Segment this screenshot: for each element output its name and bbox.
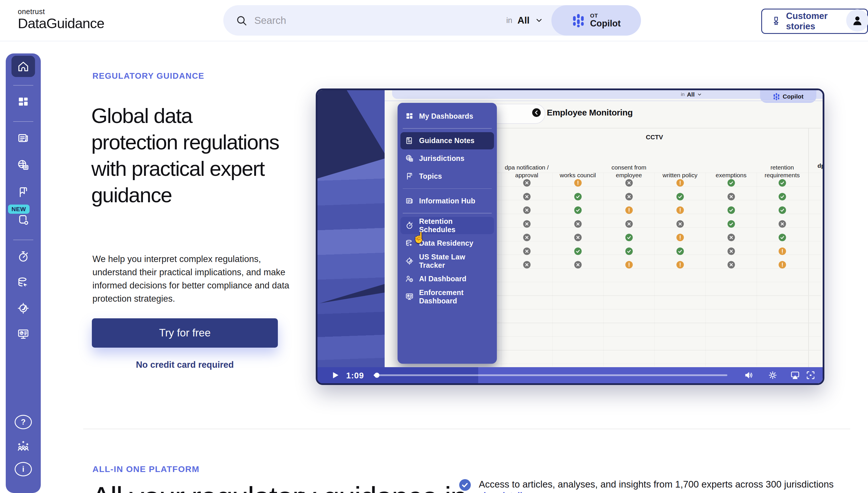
no-credit-card-note: No credit card required (92, 360, 278, 370)
status-x-icon (676, 219, 685, 229)
status-check-icon (676, 192, 685, 201)
status-warn-icon (676, 260, 685, 269)
rail-news[interactable] (14, 129, 33, 147)
rail-jurisdictions[interactable] (14, 156, 33, 174)
menu-item-us-state-law-tracker[interactable]: US State Law Tracker (401, 253, 494, 270)
rail-help[interactable]: ? (14, 413, 33, 431)
settings-gear-icon[interactable] (768, 370, 778, 380)
status-warn-icon (624, 206, 634, 215)
volume-icon[interactable] (744, 370, 754, 380)
compass-target-icon (17, 302, 30, 315)
brand-logo[interactable]: onetrust DataGuidance (18, 8, 104, 30)
status-check-icon (573, 247, 583, 256)
copilot-button[interactable]: OT Copilot (551, 5, 641, 36)
search-scope-dropdown[interactable]: in All (506, 15, 543, 26)
retention-stopwatch-icon (405, 221, 414, 230)
table-status-rows (501, 176, 808, 272)
information-hub-icon (405, 196, 414, 206)
stopwatch-icon (17, 250, 30, 263)
menu-item-guidance-notes[interactable]: Guidance Notes (401, 132, 494, 149)
chevron-down-icon (535, 16, 543, 25)
menu-item-enforcement-dashboard[interactable]: Enforcement Dashboard (401, 288, 494, 305)
video-progress-knob[interactable] (374, 372, 380, 378)
ai-dashboard-icon (405, 274, 414, 283)
status-check-icon (676, 247, 685, 256)
copilot-logo-icon (773, 92, 780, 101)
menu-divider (403, 189, 492, 189)
video-mini-searchbar (392, 90, 823, 99)
status-x-icon (727, 260, 736, 269)
scope-prefix: in (506, 16, 512, 25)
status-x-icon (727, 233, 736, 242)
guidance-notes-icon (405, 136, 414, 145)
column-header: dpa notification /approval (501, 145, 552, 179)
video-mini-scope: in All (681, 91, 702, 98)
person-icon (851, 14, 864, 27)
rail-enforcement[interactable] (14, 325, 33, 343)
back-icon (531, 107, 542, 118)
mini-copilot-label: Copilot (783, 93, 803, 100)
menu-item-ai-dashboard[interactable]: AI Dashboard (401, 270, 494, 287)
status-warn-icon (676, 233, 685, 242)
status-x-icon (522, 247, 531, 256)
table-group-header: CCTV (501, 134, 808, 141)
rail-info[interactable]: i (14, 460, 33, 478)
view-details-link[interactable]: view details (479, 491, 527, 493)
globe-document-icon (17, 158, 30, 172)
status-check-icon (573, 192, 583, 201)
column-header: retentionrequirements (757, 145, 808, 179)
search-input[interactable] (254, 14, 506, 26)
status-x-icon (522, 233, 531, 242)
video-header-divider (385, 101, 823, 101)
menu-item-my-dashboards[interactable]: My Dashboards (401, 107, 494, 125)
status-x-icon (778, 219, 787, 229)
new-badge: NEW (8, 205, 29, 214)
status-check-icon (778, 233, 787, 242)
rail-topics[interactable] (14, 183, 33, 201)
product-video-player[interactable]: in All Copilot Employee Monitoring CCTV … (316, 88, 824, 385)
home-icon (17, 60, 30, 73)
menu-item-information-hub[interactable]: Information Hub (401, 192, 494, 210)
status-x-icon (522, 206, 531, 215)
rail-dashboards[interactable] (14, 93, 33, 111)
law-tracker-compass-icon (405, 257, 414, 265)
play-icon[interactable] (331, 371, 340, 380)
top-header: onetrust DataGuidance in All OT Copilot (0, 0, 868, 41)
status-x-icon (624, 192, 634, 201)
menu-item-topics[interactable]: Topics (401, 168, 494, 185)
status-x-icon (522, 178, 531, 187)
rail-community[interactable] (14, 437, 33, 454)
logo-onetrust: onetrust (18, 8, 104, 15)
section-divider (83, 429, 850, 429)
status-x-icon (573, 233, 583, 242)
menu-item-label: Enforcement Dashboard (419, 288, 489, 305)
status-warn-icon (778, 247, 787, 256)
dashboard-grid-icon (17, 95, 30, 109)
copilot-label: Copilot (590, 19, 621, 28)
status-check-icon (778, 192, 787, 201)
platform-eyebrow: ALL-IN ONE PLATFORM (92, 464, 200, 474)
table-column-headers: dpa notification /approvalworks councilc… (501, 145, 808, 179)
column-header: works council (552, 145, 603, 179)
status-check-icon (727, 206, 736, 215)
status-check-icon (727, 178, 736, 187)
rail-divider (13, 85, 33, 86)
user-avatar[interactable] (846, 9, 868, 31)
table-partial-column: dpa (818, 162, 824, 169)
try-for-free-button[interactable]: Try for free (92, 318, 278, 348)
rail-retention[interactable] (14, 248, 33, 265)
rail-home[interactable] (12, 56, 35, 77)
menu-item-jurisdictions[interactable]: Jurisdictions (401, 150, 494, 167)
airplay-icon[interactable] (790, 370, 800, 380)
rail-data-residency[interactable] (14, 274, 33, 291)
community-icon (17, 439, 30, 452)
medal-icon (771, 16, 782, 27)
rail-law-tracker[interactable] (14, 299, 33, 317)
status-check-icon (624, 233, 634, 242)
status-warn-icon (624, 260, 634, 269)
status-check-icon (778, 178, 787, 187)
video-progress-bar[interactable] (374, 374, 727, 376)
fullscreen-icon[interactable] (805, 370, 816, 380)
platform-bullet-text: Access to articles, analyses, and insigh… (479, 478, 833, 491)
status-x-icon (727, 247, 736, 256)
